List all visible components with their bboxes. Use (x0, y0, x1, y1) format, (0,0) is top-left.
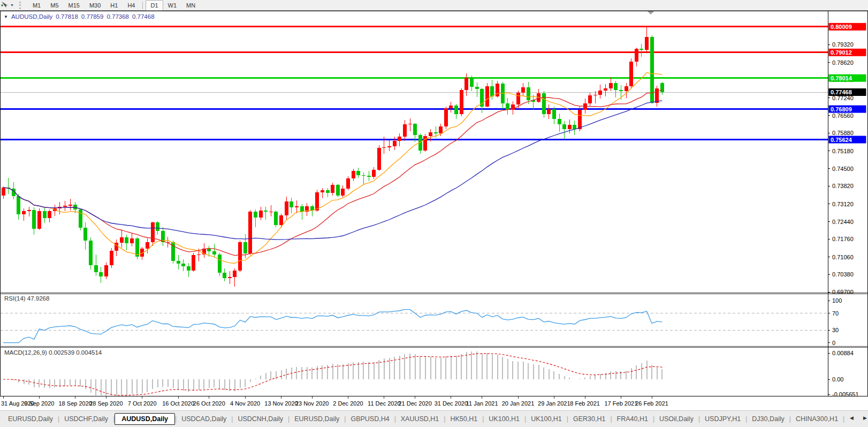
current-price-badge: 0.77468 (829, 88, 866, 96)
svg-text:0.76560: 0.76560 (832, 113, 854, 119)
svg-text:0.78620: 0.78620 (832, 59, 854, 66)
svg-text:0.79320: 0.79320 (832, 41, 854, 48)
chart-background (0, 11, 868, 410)
chart-symbol-ohlc-line: ▼ AUDUSD,Daily 0.77818 0.77859 0.77368 0… (4, 13, 158, 20)
timeframe-button-H1[interactable]: H1 (105, 0, 123, 11)
tab-gbpusd-h4[interactable]: GBPUSD,H4 (346, 414, 394, 424)
svg-text:7 Oct 2020: 7 Oct 2020 (128, 400, 157, 407)
svg-text:0.80009: 0.80009 (831, 24, 852, 30)
timeframe-button-M1[interactable]: M1 (28, 0, 45, 11)
svg-text:16 Oct 2020: 16 Oct 2020 (162, 400, 194, 407)
timeframe-buttons: M1M5M15M30H1H4D1W1MN (28, 0, 200, 11)
price-badge-0.76809: 0.76809 (829, 106, 866, 113)
svg-text:18 Sep 2020: 18 Sep 2020 (59, 400, 92, 407)
svg-text:23 Nov 2020: 23 Nov 2020 (295, 400, 329, 407)
timeframe-button-M30[interactable]: M30 (85, 0, 105, 11)
chart-window[interactable]: 0.793200.786200.779400.772400.765600.758… (0, 11, 868, 410)
tab-ger30-h1[interactable]: GER30,H1 (568, 414, 610, 424)
tab-china300-h1[interactable]: CHINA300,H1 (791, 414, 843, 424)
timeframe-button-MN[interactable]: MN (181, 0, 200, 11)
svg-text:26 Feb 2021: 26 Feb 2021 (635, 400, 668, 407)
ohlc-close: 0.77468 (132, 13, 155, 20)
tab-uk100-h1[interactable]: UK100,H1 (484, 414, 524, 424)
left-triangle-icon[interactable]: ◀ (850, 415, 854, 421)
price-badge-0.79012: 0.79012 (829, 49, 866, 56)
tab-fra40-h1[interactable]: FRA40,H1 (612, 414, 653, 424)
tab-usdchf-daily[interactable]: USDCHF,Daily (59, 414, 113, 424)
svg-text:0.79012: 0.79012 (831, 49, 852, 56)
svg-text:0.76809: 0.76809 (831, 106, 852, 113)
tab-usoil-daily[interactable]: USOil,Daily (654, 414, 698, 424)
tab-usdcad-daily[interactable]: USDCAD,Daily (177, 414, 231, 424)
price-badge-0.75624: 0.75624 (829, 136, 866, 144)
svg-text:20 Jan 2021: 20 Jan 2021 (502, 400, 535, 407)
macd-label: MACD(12,26,9) 0.002539 0.004514 (4, 349, 102, 356)
svg-text:0.77468: 0.77468 (831, 89, 852, 95)
svg-text:0.75880: 0.75880 (832, 130, 854, 136)
svg-text:21 Dec 2020: 21 Dec 2020 (398, 400, 431, 407)
tab-usoil-h1[interactable]: USOil,H1 (844, 414, 850, 424)
symbol-tab-bar: EURUSD,Daily|USDCHF,Daily|AUDUSD,Daily|U… (0, 410, 868, 427)
ohlc-high: 0.77859 (81, 13, 104, 20)
date-axis: 31 Aug 20209 Sep 202018 Sep 202028 Sep 2… (0, 396, 868, 410)
tab-usdjpy-h1[interactable]: USDJPY,H1 (700, 414, 745, 424)
symbol-tabs: EURUSD,Daily|USDCHF,Daily|AUDUSD,Daily|U… (3, 413, 850, 425)
svg-text:0.73120: 0.73120 (832, 201, 854, 207)
toolbar-grip-handle[interactable] (19, 2, 24, 9)
svg-text:13 Nov 2020: 13 Nov 2020 (264, 400, 298, 407)
svg-text:0: 0 (832, 340, 835, 346)
svg-text:70: 70 (832, 310, 839, 317)
symbol-dropdown-icon[interactable]: ▼ (4, 14, 8, 19)
timeframe-button-D1[interactable]: D1 (146, 0, 163, 11)
toolbar-separator (142, 2, 143, 9)
svg-text:26 Oct 2020: 26 Oct 2020 (193, 400, 225, 407)
tool-dropdown-caret-icon[interactable]: ▼ (10, 3, 14, 7)
svg-text:0.75180: 0.75180 (832, 148, 854, 154)
svg-text:0.71060: 0.71060 (832, 254, 854, 260)
tab-xauusd-h1[interactable]: XAUUSD,H1 (396, 414, 444, 424)
svg-text:11 Jan 2021: 11 Jan 2021 (466, 400, 498, 407)
svg-text:0.75624: 0.75624 (831, 137, 852, 143)
timeframe-button-M5[interactable]: M5 (45, 0, 63, 11)
tab-dj30-daily[interactable]: DJ30,Daily (747, 414, 789, 424)
svg-text:0.72440: 0.72440 (832, 219, 854, 225)
svg-text:100: 100 (832, 297, 842, 304)
svg-text:2 Dec 2020: 2 Dec 2020 (333, 400, 363, 407)
tab-eurusd-daily[interactable]: EURUSD,Daily (290, 414, 344, 424)
top-toolbar: ▼ M1M5M15M30H1H4D1W1MN (0, 0, 868, 11)
svg-text:30: 30 (832, 327, 839, 333)
timeframe-button-H4[interactable]: H4 (123, 0, 140, 11)
svg-text:0.00: 0.00 (832, 376, 843, 383)
svg-text:0.69700: 0.69700 (832, 289, 854, 295)
tab-scroll-arrows: ◀ ▶ (850, 415, 867, 421)
price-badge-0.80009: 0.80009 (829, 23, 866, 31)
symbol-label: AUDUSD,Daily (11, 13, 52, 20)
svg-text:0.71760: 0.71760 (832, 236, 854, 242)
crosshair-cursor-icon[interactable] (1, 1, 9, 10)
svg-text:17 Feb 2021: 17 Feb 2021 (605, 400, 638, 407)
svg-text:8 Feb 2021: 8 Feb 2021 (570, 400, 600, 407)
right-triangle-icon[interactable]: ▶ (863, 415, 867, 421)
svg-text:0.00884: 0.00884 (832, 350, 854, 356)
svg-text:0.70380: 0.70380 (832, 271, 854, 278)
svg-text:0.78014: 0.78014 (831, 75, 852, 81)
svg-text:9 Sep 2020: 9 Sep 2020 (24, 400, 54, 407)
tab-hk50-h1[interactable]: HK50,H1 (445, 414, 482, 424)
svg-text:31 Dec 2020: 31 Dec 2020 (435, 400, 468, 407)
tab-audusd-daily[interactable]: AUDUSD,Daily (115, 413, 175, 425)
timeframe-button-M15[interactable]: M15 (64, 0, 85, 11)
svg-text:0.73820: 0.73820 (832, 183, 854, 189)
tab-eurusd-daily[interactable]: EURUSD,Daily (3, 414, 58, 424)
svg-text:28 Sep 2020: 28 Sep 2020 (89, 400, 123, 407)
svg-text:29 Jan 2021: 29 Jan 2021 (538, 400, 570, 407)
timeframe-button-W1[interactable]: W1 (163, 0, 182, 11)
ohlc-open: 0.77818 (56, 13, 78, 20)
tab-usdcnh-daily[interactable]: USDCNH,Daily (233, 414, 288, 424)
rsi-label: RSI(14) 47.9268 (4, 295, 49, 302)
tab-uk100-h1[interactable]: UK100,H1 (526, 414, 567, 424)
ohlc-low: 0.77368 (106, 13, 129, 20)
price-badge-0.78014: 0.78014 (829, 74, 866, 82)
svg-text:0.74500: 0.74500 (832, 166, 854, 172)
svg-text:4 Nov 2020: 4 Nov 2020 (230, 400, 260, 407)
svg-text:11 Dec 2020: 11 Dec 2020 (368, 400, 401, 407)
